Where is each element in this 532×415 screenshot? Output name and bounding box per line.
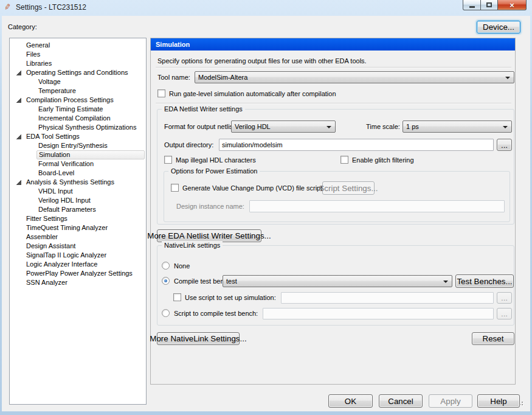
script-compile-browse-button: ...: [497, 308, 512, 319]
tool-name-value: ModelSim-Altera: [198, 74, 247, 81]
design-instance-name-label: Design instance name:: [176, 203, 244, 210]
tree-item-signaltap-ii-logic-analyzer[interactable]: SignalTap II Logic Analyzer: [10, 251, 146, 260]
tree-item-label: PowerPlay Power Analyzer Settings: [24, 269, 134, 278]
close-button[interactable]: ×: [498, 0, 527, 10]
more-eda-netlist-settings-button[interactable]: More EDA Netlist Writer Settings...: [157, 229, 261, 242]
reset-button[interactable]: Reset: [472, 332, 514, 345]
output-directory-label: Output directory:: [164, 141, 213, 148]
resize-grip-icon[interactable]: [517, 399, 523, 405]
tree-item-files[interactable]: Files: [10, 50, 146, 59]
use-script-browse-button: ...: [497, 292, 512, 304]
time-scale-select[interactable]: 1 ps: [402, 120, 512, 133]
tree-item-libraries[interactable]: Libraries: [10, 59, 146, 68]
test-bench-select[interactable]: test: [223, 275, 452, 287]
tree-item-early-timing-estimate[interactable]: Early Timing Estimate: [10, 105, 146, 114]
generate-vcd-label: Generate Value Change Dump (VCD) file sc…: [182, 184, 322, 192]
nativelink-none-radio[interactable]: [162, 262, 170, 270]
tree-item-board-level[interactable]: Board-Level: [10, 169, 146, 178]
category-label: Category:: [8, 23, 37, 30]
tree-item-compilation-process-settings[interactable]: Compilation Process Settings: [10, 96, 146, 105]
tree-item-label: Files: [24, 50, 42, 59]
expand-arrow-icon[interactable]: [16, 98, 21, 103]
format-output-netlist-select[interactable]: Verilog HDL: [231, 120, 336, 133]
settings-dialog: ✎ Settings - LTC231512 × Category: Devic…: [0, 0, 532, 415]
tree-item-label: Temperature: [36, 86, 78, 96]
output-directory-browse-button[interactable]: ...: [497, 139, 512, 151]
divider: [156, 67, 511, 68]
minimize-icon: [469, 6, 475, 8]
tree-item-simulation[interactable]: Simulation: [10, 150, 146, 159]
tree-item-label: Simulation: [36, 150, 145, 159]
title-bar[interactable]: ✎ Settings - LTC231512: [0, 0, 532, 16]
output-directory-input[interactable]: simulation/modelsim: [219, 139, 494, 151]
tree-item-label: Formal Verification: [36, 159, 95, 169]
script-compile-test-bench-radio[interactable]: [162, 309, 170, 317]
minimize-button[interactable]: [463, 0, 481, 10]
tree-item-temperature[interactable]: Temperature: [10, 86, 146, 96]
expand-arrow-icon[interactable]: [16, 180, 21, 185]
tree-item-label: Assembler: [24, 232, 60, 242]
script-compile-test-bench-label: Script to compile test bench:: [174, 310, 258, 317]
generate-vcd-checkbox[interactable]: [171, 184, 179, 192]
format-output-netlist-label: Format for output netlist:: [164, 123, 237, 130]
test-benches-button[interactable]: Test Benches...: [455, 274, 514, 288]
apply-button: Apply: [429, 394, 472, 408]
tree-item-default-parameters[interactable]: Default Parameters: [10, 205, 146, 214]
chevron-down-icon: [443, 281, 448, 283]
chevron-down-icon: [326, 126, 331, 128]
tree-item-incremental-compilation[interactable]: Incremental Compilation: [10, 114, 146, 123]
page-description: Specify options for generating output fi…: [157, 57, 367, 65]
tree-item-design-assistant[interactable]: Design Assistant: [10, 242, 146, 251]
maximize-button[interactable]: [481, 0, 498, 10]
tree-item-timequest-timing-analyzer[interactable]: TimeQuest Timing Analyzer: [10, 223, 146, 232]
tree-item-voltage[interactable]: Voltage: [10, 77, 146, 86]
tree-item-logic-analyzer-interface[interactable]: Logic Analyzer Interface: [10, 260, 146, 269]
tree-item-assembler[interactable]: Assembler: [10, 232, 146, 242]
caption-buttons: ×: [463, 0, 527, 10]
run-gate-level-checkbox[interactable]: [157, 89, 165, 97]
enable-glitch-filtering-checkbox[interactable]: [340, 156, 348, 164]
nativelink-none-label: None: [174, 262, 190, 270]
more-nativelink-settings-button[interactable]: More NativeLink Settings...: [157, 332, 240, 345]
power-estimation-group-title: Options for Power Estimation: [168, 167, 260, 175]
tree-item-operating-settings-and-conditions[interactable]: Operating Settings and Conditions: [10, 68, 146, 77]
expand-arrow-icon[interactable]: [16, 71, 21, 75]
expand-arrow-icon[interactable]: [16, 134, 21, 139]
device-button[interactable]: Device...: [477, 21, 520, 33]
power-estimation-group: [164, 171, 510, 222]
tree-item-formal-verification[interactable]: Formal Verification: [10, 159, 146, 169]
tree-item-label: VHDL Input: [36, 187, 74, 196]
tree-item-label: SignalTap II Logic Analyzer: [24, 251, 108, 260]
script-compile-input: [263, 308, 494, 319]
use-script-simulation-checkbox[interactable]: [173, 293, 181, 301]
tree-item-fitter-settings[interactable]: Fitter Settings: [10, 214, 146, 223]
tree-item-ssn-analyzer[interactable]: SSN Analyzer: [10, 278, 146, 287]
tree-item-label: Voltage: [36, 77, 63, 86]
nativelink-group-title: NativeLink settings: [162, 242, 223, 249]
tree-item-label: Logic Analyzer Interface: [24, 260, 99, 269]
tool-name-select[interactable]: ModelSim-Altera: [195, 71, 514, 83]
run-gate-level-label: Run gate-level simulation automatically …: [169, 90, 336, 97]
tree-item-general[interactable]: General: [10, 41, 146, 50]
tree-item-verilog-hdl-input[interactable]: Verilog HDL Input: [10, 196, 146, 205]
use-script-simulation-input: [281, 292, 494, 304]
tree-item-label: Fitter Settings: [24, 214, 69, 223]
time-scale-label: Time scale:: [366, 123, 400, 130]
tree-item-physical-synthesis-optimizations[interactable]: Physical Synthesis Optimizations: [10, 123, 146, 132]
cancel-button[interactable]: Cancel: [379, 394, 423, 408]
tree-item-label: Default Parameters: [36, 205, 98, 214]
tree-item-label: Physical Synthesis Optimizations: [36, 123, 138, 132]
tree-item-powerplay-power-analyzer-settings[interactable]: PowerPlay Power Analyzer Settings: [10, 269, 146, 278]
tree-item-eda-tool-settings[interactable]: EDA Tool Settings: [10, 132, 146, 141]
close-icon: ×: [510, 1, 514, 9]
tree-item-label: EDA Tool Settings: [24, 132, 81, 141]
map-illegal-hdl-checkbox[interactable]: [164, 156, 172, 164]
chevron-down-icon: [503, 126, 508, 128]
help-button[interactable]: Help: [477, 394, 520, 408]
ok-button[interactable]: OK: [328, 394, 373, 408]
enable-glitch-filtering-label: Enable glitch filtering: [352, 156, 414, 164]
tree-item-vhdl-input[interactable]: VHDL Input: [10, 187, 146, 196]
tree-item-design-entry-synthesis[interactable]: Design Entry/Synthesis: [10, 141, 146, 150]
compile-test-bench-radio[interactable]: [162, 277, 170, 285]
tree-item-analysis-synthesis-settings[interactable]: Analysis & Synthesis Settings: [10, 178, 146, 187]
